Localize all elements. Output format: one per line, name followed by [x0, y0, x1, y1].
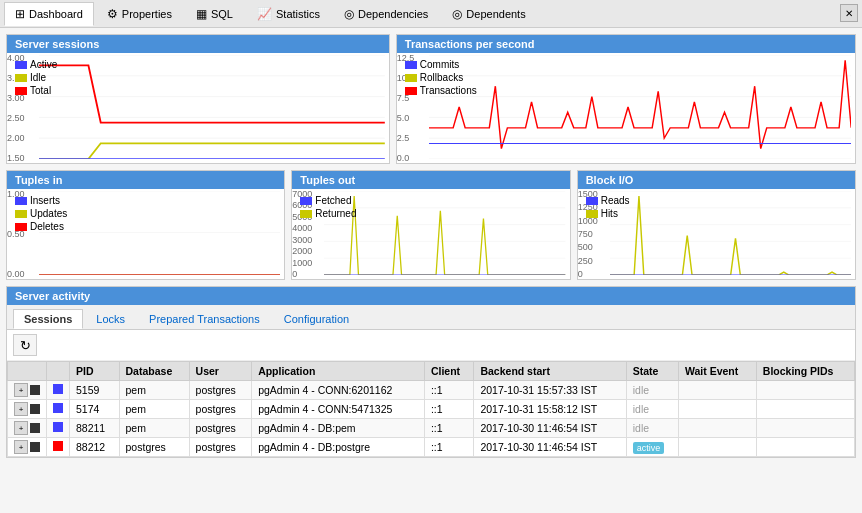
legend-reads-label: Reads [601, 195, 630, 206]
block-io-legend: Reads Hits [586, 195, 630, 219]
row-user: postgres [189, 438, 252, 457]
middle-charts-row: Tuples in Inserts Updates Deletes [6, 170, 856, 280]
row-stop-button[interactable] [30, 423, 40, 433]
legend-total-color [15, 87, 27, 95]
row-controls-cell: + [8, 400, 47, 419]
col-wait-event[interactable]: Wait Event [678, 362, 756, 381]
transactions-legend: Commits Rollbacks Transactions [405, 59, 477, 96]
col-color [47, 362, 70, 381]
row-database: pem [119, 419, 189, 438]
row-user: postgres [189, 381, 252, 400]
col-client[interactable]: Client [424, 362, 473, 381]
tab-dashboard[interactable]: ⊞ Dashboard [4, 2, 94, 26]
row-color-indicator [53, 403, 63, 413]
col-application[interactable]: Application [252, 362, 425, 381]
legend-inserts-color [15, 197, 27, 205]
legend-commits: Commits [405, 59, 477, 70]
tab-dependents[interactable]: ◎ Dependents [441, 2, 536, 26]
row-backend-start: 2017-10-31 15:57:33 IST [474, 381, 626, 400]
tuples-in-body: Inserts Updates Deletes [7, 189, 284, 279]
row-user: postgres [189, 400, 252, 419]
tuples-out-chart-area [324, 191, 565, 275]
legend-transactions-label: Transactions [420, 85, 477, 96]
tab-sessions[interactable]: Sessions [13, 309, 83, 329]
col-blocking-pids[interactable]: Blocking PIDs [756, 362, 854, 381]
tab-properties-label: Properties [122, 8, 172, 20]
legend-updates: Updates [15, 208, 67, 219]
legend-returned-color [300, 210, 312, 218]
legend-total-label: Total [30, 85, 51, 96]
row-expand-button[interactable]: + [14, 402, 28, 416]
sessions-table-container[interactable]: PID Database User Application Client Bac… [7, 361, 855, 457]
legend-idle: Idle [15, 72, 57, 83]
legend-active-label: Active [30, 59, 57, 70]
tab-properties[interactable]: ⚙ Properties [96, 2, 183, 26]
tab-sql[interactable]: ▦ SQL [185, 2, 244, 26]
dashboard-icon: ⊞ [15, 7, 25, 21]
dependents-icon: ◎ [452, 7, 462, 21]
row-expand-button[interactable]: + [14, 383, 28, 397]
tuples-in-legend: Inserts Updates Deletes [15, 195, 67, 232]
row-application: pgAdmin 4 - CONN:6201162 [252, 381, 425, 400]
row-stop-button[interactable] [30, 404, 40, 414]
tab-dependencies[interactable]: ◎ Dependencies [333, 2, 439, 26]
tab-statistics[interactable]: 📈 Statistics [246, 2, 331, 26]
row-blocking-pids [756, 438, 854, 457]
row-controls-cell: + [8, 381, 47, 400]
row-controls-cell: + [8, 419, 47, 438]
legend-fetched: Fetched [300, 195, 356, 206]
activity-tabs-bar: Sessions Locks Prepared Transactions Con… [7, 305, 855, 330]
row-expand-button[interactable]: + [14, 440, 28, 454]
tab-locks[interactable]: Locks [85, 309, 136, 329]
legend-hits-color [586, 210, 598, 218]
row-pid: 5159 [70, 381, 120, 400]
legend-total: Total [15, 85, 57, 96]
tuples-out-title: Tuples out [292, 171, 569, 189]
tab-prepared-transactions[interactable]: Prepared Transactions [138, 309, 271, 329]
legend-idle-color [15, 74, 27, 82]
close-button[interactable]: ✕ [840, 4, 858, 22]
col-pid[interactable]: PID [70, 362, 120, 381]
server-sessions-chart-area [39, 55, 385, 159]
row-stop-button[interactable] [30, 442, 40, 452]
row-color-cell [47, 400, 70, 419]
col-controls [8, 362, 47, 381]
row-client: ::1 [424, 381, 473, 400]
row-stop-button[interactable] [30, 385, 40, 395]
col-database[interactable]: Database [119, 362, 189, 381]
transactions-panel: Transactions per second Commits Rollback… [396, 34, 856, 164]
row-color-cell [47, 381, 70, 400]
tuples-in-svg [39, 191, 280, 275]
col-backend-start[interactable]: Backend start [474, 362, 626, 381]
row-expand-button[interactable]: + [14, 421, 28, 435]
table-row: + 5174 pem postgres pgAdmin 4 - CONN:547… [8, 400, 855, 419]
row-pid: 5174 [70, 400, 120, 419]
legend-deletes-label: Deletes [30, 221, 64, 232]
legend-updates-label: Updates [30, 208, 67, 219]
tuples-in-title: Tuples in [7, 171, 284, 189]
tab-statistics-label: Statistics [276, 8, 320, 20]
col-user[interactable]: User [189, 362, 252, 381]
tuples-out-panel: Tuples out Fetched Returned [291, 170, 570, 280]
col-state[interactable]: State [626, 362, 678, 381]
row-wait-event [678, 381, 756, 400]
top-charts-row: Server sessions Active Idle Total [6, 34, 856, 164]
table-row: + 88211 pem postgres pgAdmin 4 - DB:pem … [8, 419, 855, 438]
tab-configuration[interactable]: Configuration [273, 309, 360, 329]
row-color-cell [47, 419, 70, 438]
row-color-indicator [53, 384, 63, 394]
block-io-chart-area [610, 191, 851, 275]
legend-fetched-label: Fetched [315, 195, 351, 206]
sessions-table: PID Database User Application Client Bac… [7, 361, 855, 457]
row-backend-start: 2017-10-31 15:58:12 IST [474, 400, 626, 419]
row-wait-event [678, 438, 756, 457]
statistics-icon: 📈 [257, 7, 272, 21]
row-wait-event [678, 419, 756, 438]
tab-sql-label: SQL [211, 8, 233, 20]
legend-rollbacks-color [405, 74, 417, 82]
legend-returned: Returned [300, 208, 356, 219]
row-blocking-pids [756, 381, 854, 400]
legend-reads: Reads [586, 195, 630, 206]
sql-icon: ▦ [196, 7, 207, 21]
refresh-button[interactable]: ↻ [13, 334, 37, 356]
